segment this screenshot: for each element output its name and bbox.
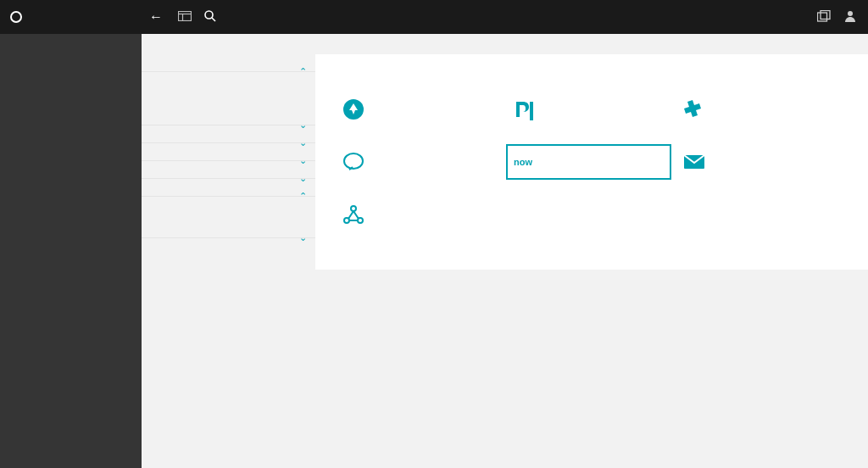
nav-aws[interactable] [0, 200, 142, 212]
nav-transactions[interactable] [0, 153, 142, 164]
main-panel: now [315, 54, 868, 270]
pagerduty-icon [513, 98, 535, 120]
back-button[interactable]: ← [142, 9, 170, 25]
brand-logo[interactable] [0, 11, 142, 23]
chevron-up-icon: ⌃ [299, 66, 307, 77]
chevron-up-icon: ⌃ [299, 191, 307, 202]
content-area: ⌃ ⌄ ⌄ ⌄ ⌄ [142, 34, 868, 468]
nav-web-apps[interactable] [0, 117, 142, 129]
settings-item-monitored-technologies[interactable] [142, 96, 315, 108]
nav-vmware[interactable] [0, 188, 142, 200]
settings-group-preferences[interactable]: ⌄ [142, 220, 315, 238]
settings-group-web-monitoring[interactable]: ⌄ [142, 108, 315, 125]
nav-group-label-manage [0, 224, 142, 236]
svg-point-3 [205, 11, 213, 19]
tile-victorops[interactable] [336, 86, 506, 139]
top-bar: ← [0, 0, 868, 34]
svg-point-7 [848, 11, 853, 16]
settings-item-process-group-naming[interactable] [142, 84, 315, 96]
settings-item-problem-notifications[interactable] [142, 197, 315, 209]
popout-icon[interactable] [817, 10, 831, 25]
chevron-down-icon: ⌄ [299, 232, 307, 243]
nav-databases[interactable] [0, 164, 142, 176]
nav-home[interactable] [0, 34, 142, 46]
tile-pagerduty[interactable] [506, 86, 676, 139]
webhook-icon [342, 203, 364, 226]
tile-slack[interactable] [676, 86, 847, 139]
tile-hipchat[interactable] [336, 139, 506, 192]
tile-email[interactable] [676, 139, 847, 192]
tile-servicenow[interactable]: now [506, 139, 676, 192]
search-field[interactable] [221, 11, 817, 24]
settings-item-monitoring-overview[interactable] [142, 72, 315, 84]
settings-group-monitoring[interactable]: ⌃ [142, 54, 315, 72]
tile-custom[interactable] [336, 192, 506, 244]
settings-item-ruxit-api[interactable] [142, 209, 315, 220]
nav-reports[interactable] [0, 93, 142, 105]
nav-group-label-analyze [0, 46, 142, 58]
nav-deploy[interactable] [0, 236, 142, 248]
svg-point-10 [344, 153, 363, 169]
dashboard-icon[interactable] [170, 10, 199, 24]
nav-settings[interactable] [0, 248, 142, 259]
nav-availability[interactable] [0, 141, 142, 153]
settings-group-integration[interactable]: ⌃ [142, 179, 315, 197]
page-title [142, 34, 868, 54]
nav-smartscape[interactable] [0, 81, 142, 93]
svg-rect-6 [821, 10, 830, 19]
user-icon[interactable] [844, 10, 856, 25]
settings-group-service-detection[interactable]: ⌄ [142, 143, 315, 161]
svg-rect-0 [179, 12, 192, 21]
settings-group-anomaly[interactable]: ⌄ [142, 161, 315, 179]
svg-line-4 [212, 18, 215, 21]
email-icon [683, 151, 705, 173]
nav-group-label-monitor [0, 105, 142, 117]
nav-log-files[interactable] [0, 70, 142, 81]
nav-problems[interactable] [0, 58, 142, 70]
svg-rect-9 [530, 102, 533, 120]
nav-hosts[interactable] [0, 176, 142, 188]
nav-docker[interactable] [0, 212, 142, 224]
slack-icon [683, 98, 705, 120]
logo-icon [10, 11, 22, 23]
servicenow-icon: now [513, 151, 535, 173]
integration-tiles: now [336, 86, 848, 244]
settings-group-cloud[interactable]: ⌄ [142, 125, 315, 143]
search-icon[interactable] [199, 10, 221, 25]
hipchat-icon [342, 151, 364, 173]
svg-rect-5 [818, 13, 827, 21]
svg-text:now: now [514, 157, 532, 167]
nav-mobile-apps[interactable] [0, 129, 142, 141]
search-input[interactable] [221, 11, 476, 24]
settings-nav: ⌃ ⌄ ⌄ ⌄ ⌄ [142, 54, 315, 270]
svg-point-13 [351, 206, 356, 211]
victorops-icon [342, 98, 364, 120]
main-sidebar [0, 34, 142, 468]
